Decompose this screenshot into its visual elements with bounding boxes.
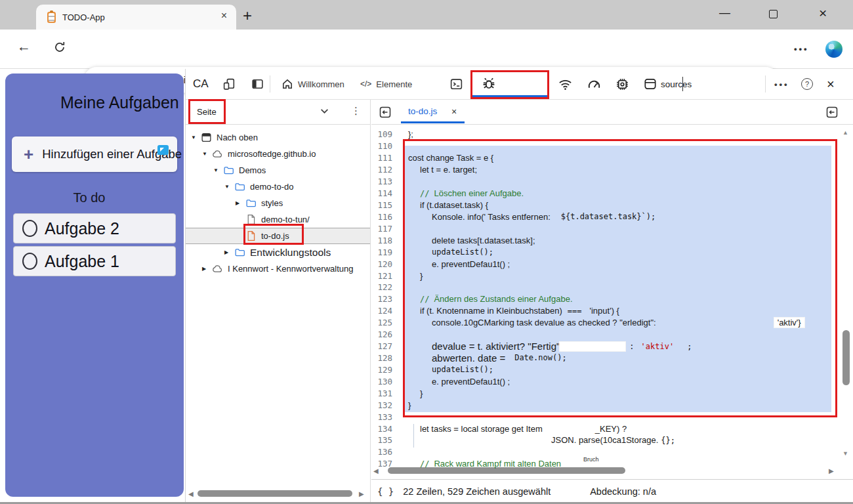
code-line-133[interactable]: 133 xyxy=(371,411,841,423)
browser-menu-icon[interactable]: ••• xyxy=(794,44,809,54)
line-number[interactable]: 114 xyxy=(371,188,400,198)
navigator-horizontal-scrollbar[interactable]: ◀ ▶ xyxy=(187,489,368,498)
kebab-menu-icon[interactable]: ⋮ xyxy=(351,105,361,117)
code-line-131[interactable]: 131} xyxy=(371,387,841,399)
line-number[interactable]: 131 xyxy=(371,388,400,398)
code-line-126[interactable]: 126 xyxy=(371,329,841,341)
line-number[interactable]: 126 xyxy=(371,329,400,339)
task-item[interactable]: Aufgabe 1 xyxy=(13,246,176,276)
tree-item-to-do-js[interactable]: to-do.js xyxy=(186,228,370,244)
code-line-116[interactable]: 116Konsole. info(' Tasks entfernen:${t.d… xyxy=(371,211,841,222)
new-tab-button[interactable]: + xyxy=(243,7,252,25)
navigator-tab-page[interactable]: Seite xyxy=(197,107,217,117)
window-minimize-button[interactable]: — xyxy=(719,7,730,20)
line-number[interactable]: 123 xyxy=(371,294,400,304)
copilot-icon[interactable] xyxy=(825,41,843,58)
line-number[interactable]: 120 xyxy=(371,259,400,269)
line-number[interactable]: 133 xyxy=(371,412,400,422)
code-line-118[interactable]: 118delete tasks[t.dataset.task]; xyxy=(371,234,841,246)
performance-gauge-icon[interactable] xyxy=(587,69,602,99)
code-line-111[interactable]: 111cost change Task = e { xyxy=(371,152,841,164)
line-number[interactable]: 113 xyxy=(371,177,400,186)
tree-expander-icon[interactable]: ▼ xyxy=(202,151,212,157)
tree-item-entwicklungstools[interactable]: ▶Entwicklungstools xyxy=(186,244,370,261)
refresh-button[interactable] xyxy=(52,40,67,54)
line-number[interactable]: 109 xyxy=(371,129,400,139)
task-radio-icon[interactable] xyxy=(22,220,37,237)
tree-item-microsoftedge-github-io[interactable]: ▼microsoftedge.github.io xyxy=(186,146,370,162)
code-line-110[interactable]: 110 xyxy=(371,140,841,152)
line-number[interactable]: 110 xyxy=(371,141,400,151)
tree-item-demo-to-do[interactable]: ▼demo-to-do xyxy=(186,178,370,195)
line-number[interactable]: 129 xyxy=(371,365,400,375)
code-line-114[interactable]: 114//Löschen einer Aufgabe. xyxy=(371,188,841,200)
console-icon[interactable] xyxy=(449,69,463,99)
window-maximize-button[interactable] xyxy=(769,9,778,21)
code-line-121[interactable]: 121} xyxy=(371,270,841,282)
code-line-128[interactable]: 128abwerten. date =Date.now(); xyxy=(371,352,841,364)
tree-expander-icon[interactable]: ▼ xyxy=(224,184,234,190)
line-number[interactable]: 128 xyxy=(371,353,400,363)
tree-item-styles[interactable]: ▶styles xyxy=(186,195,370,211)
code-line-112[interactable]: 112let t = e. target; xyxy=(371,164,841,176)
code-line-113[interactable]: 113 xyxy=(371,176,841,188)
code-line-120[interactable]: 120e. preventDefau1t() ; xyxy=(371,258,841,270)
code-line-129[interactable]: 129updateList(); xyxy=(371,364,841,375)
line-number[interactable]: 136 xyxy=(371,447,400,457)
code-line-136[interactable]: 136 xyxy=(371,446,841,458)
tree-expander-icon[interactable]: ▼ xyxy=(213,167,223,173)
debugger-sidebar-toggle-icon[interactable] xyxy=(825,106,839,119)
inspect-button[interactable]: CA xyxy=(193,69,209,99)
line-number[interactable]: 135 xyxy=(371,435,400,445)
code-line-127[interactable]: 127devalue = t. aktiviert? "Fertig":'akt… xyxy=(371,341,841,352)
tab-welcome[interactable]: Willkommen xyxy=(281,69,344,99)
line-number[interactable]: 132 xyxy=(371,400,400,410)
code-line-124[interactable]: 124if (t. Knotenname in Kleinbuchstaben)… xyxy=(371,305,841,317)
code-line-135[interactable]: 135JSON. parse(10ca1Storage.{}; xyxy=(371,434,841,446)
editor-scroll-down-icon[interactable]: ▼ xyxy=(843,450,848,457)
code-line-123[interactable]: 123//Ändern des Zustands einer Aufgabe. xyxy=(371,293,841,305)
tree-item-demo-to-tun-[interactable]: demo-to-tun/ xyxy=(186,211,370,228)
code-line-119[interactable]: 119updateList(); xyxy=(371,246,841,258)
network-wifi-icon[interactable] xyxy=(558,69,573,99)
code-line-132[interactable]: 132} xyxy=(371,399,841,411)
pretty-print-button[interactable]: { } xyxy=(377,486,394,497)
gear-chip-icon[interactable] xyxy=(615,69,630,99)
help-icon[interactable]: ? xyxy=(801,69,813,99)
line-number[interactable]: 137 xyxy=(371,459,400,469)
line-number[interactable]: 116 xyxy=(371,212,400,222)
code-line-137[interactable]: 137//Rack ward Kampf mit alten DatenBruc… xyxy=(371,458,841,470)
tree-item-i-kennwort-kennwortverwaltung[interactable]: ▶I Kennwort - Kennwortverwaltung xyxy=(186,261,370,277)
tree-item-demos[interactable]: ▼Demos xyxy=(186,162,370,178)
line-number[interactable]: 134 xyxy=(371,424,400,434)
line-number[interactable]: 121 xyxy=(371,271,400,281)
window-close-button[interactable]: × xyxy=(819,5,827,21)
task-item[interactable]: Aufgabe 2 xyxy=(13,213,176,243)
tree-expander-icon[interactable]: ▼ xyxy=(191,135,201,140)
line-number[interactable]: 130 xyxy=(371,377,400,387)
devtools-close-icon[interactable]: × xyxy=(827,69,835,99)
tree-item-nach-oben[interactable]: ▼Nach oben xyxy=(186,129,370,146)
code-line-134[interactable]: 134let tasks = local storage get Item_KE… xyxy=(371,423,841,434)
code-line-125[interactable]: 125console.10gCMarking task devalue as c… xyxy=(371,317,841,329)
line-number[interactable]: 124 xyxy=(371,306,400,316)
line-number[interactable]: 127 xyxy=(371,341,400,351)
code-line-117[interactable]: 117 xyxy=(371,222,841,234)
editor-tab-close-icon[interactable]: × xyxy=(451,106,457,117)
devtools-menu-icon[interactable]: ••• xyxy=(774,69,789,99)
editor-tab-todojs[interactable]: to-do.js xyxy=(408,106,437,116)
task-radio-icon[interactable] xyxy=(22,253,37,270)
navigator-toggle-icon[interactable] xyxy=(379,106,392,119)
line-number[interactable]: 115 xyxy=(371,200,400,210)
editor-vertical-scrollbar[interactable] xyxy=(843,330,850,385)
line-number[interactable]: 125 xyxy=(371,318,400,327)
line-number[interactable]: 117 xyxy=(371,224,400,234)
code-line-109[interactable]: 109}; xyxy=(371,129,841,140)
back-button[interactable]: ← xyxy=(17,39,31,54)
device-emulation-icon[interactable] xyxy=(222,69,236,99)
line-number[interactable]: 122 xyxy=(371,282,400,292)
code-editor[interactable]: 109};110111cost change Task = e {112let … xyxy=(371,129,841,470)
code-line-122[interactable]: 122 xyxy=(371,282,841,293)
line-number[interactable]: 112 xyxy=(371,165,400,175)
line-number[interactable]: 119 xyxy=(371,247,400,257)
